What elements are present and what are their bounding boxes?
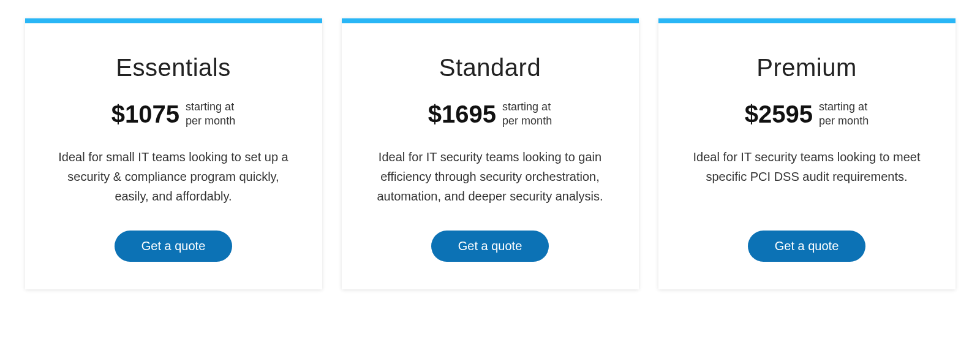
price-amount: $1695 xyxy=(428,101,496,128)
price-suffix: starting at per month xyxy=(186,100,235,129)
plan-description: Ideal for small IT teams looking to set … xyxy=(56,147,292,206)
price-suffix: starting at per month xyxy=(502,100,552,129)
price-row: $1075 starting at per month xyxy=(111,100,235,129)
price-starting: starting at xyxy=(502,100,552,114)
price-starting: starting at xyxy=(819,100,869,114)
price-row: $1695 starting at per month xyxy=(428,100,552,129)
pricing-container: Essentials $1075 starting at per month I… xyxy=(24,18,956,289)
price-period: per month xyxy=(186,114,235,128)
plan-title: Premium xyxy=(756,54,857,82)
pricing-card-premium: Premium $2595 starting at per month Idea… xyxy=(658,18,956,289)
plan-title: Essentials xyxy=(116,54,230,82)
plan-description: Ideal for IT security teams looking to g… xyxy=(372,147,608,206)
plan-title: Standard xyxy=(439,54,541,82)
pricing-card-standard: Standard $1695 starting at per month Ide… xyxy=(342,18,639,289)
price-period: per month xyxy=(819,114,869,128)
pricing-card-essentials: Essentials $1075 starting at per month I… xyxy=(25,18,322,289)
price-amount: $1075 xyxy=(111,101,179,128)
get-quote-button[interactable]: Get a quote xyxy=(748,231,866,262)
price-suffix: starting at per month xyxy=(819,100,869,129)
get-quote-button[interactable]: Get a quote xyxy=(115,231,233,262)
price-amount: $2595 xyxy=(745,101,813,128)
price-starting: starting at xyxy=(186,100,235,114)
price-row: $2595 starting at per month xyxy=(745,100,869,129)
price-period: per month xyxy=(502,114,552,128)
plan-description: Ideal for IT security teams looking to m… xyxy=(689,147,925,206)
get-quote-button[interactable]: Get a quote xyxy=(431,231,549,262)
